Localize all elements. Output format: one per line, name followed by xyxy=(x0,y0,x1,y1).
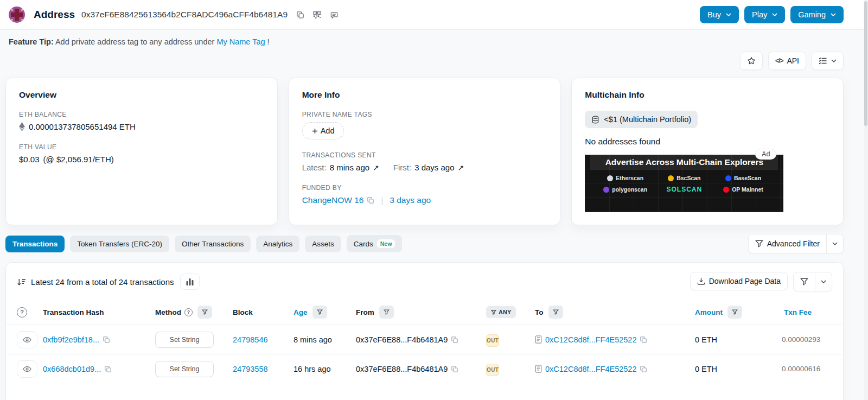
scrollbar-thumb[interactable] xyxy=(864,1,867,126)
table-filter-chevron[interactable] xyxy=(815,272,832,291)
eth-balance-label: ETH BALANCE xyxy=(19,111,264,118)
amount-filter-icon[interactable] xyxy=(727,306,742,319)
my-name-tag-link[interactable]: My Name Tag xyxy=(216,37,265,46)
age-filter-icon[interactable] xyxy=(312,306,327,319)
to-address-link[interactable]: 0xC12C8d8f...FF4E52522 xyxy=(545,365,636,373)
to-address-link[interactable]: 0xC12C8d8f...FF4E52522 xyxy=(545,335,636,344)
more-info-title: More Info xyxy=(302,90,547,100)
col-block: Block xyxy=(233,308,293,316)
basescan-logo: BaseScan xyxy=(714,175,773,181)
multichain-portfolio-badge[interactable]: <$1 (Multichain Portfolio) xyxy=(585,111,698,128)
summary-cards: Overview ETH BALANCE 0.00001373780565149… xyxy=(0,77,868,225)
method-button[interactable]: Set String xyxy=(155,361,214,377)
age-sort-link[interactable]: Age xyxy=(293,308,308,316)
favorite-button[interactable] xyxy=(740,52,763,70)
advanced-filter-chevron[interactable] xyxy=(826,234,843,253)
copy-icon[interactable] xyxy=(451,336,458,344)
add-name-tag-button[interactable]: Add xyxy=(302,122,344,139)
any-direction-chip[interactable]: ANY xyxy=(486,306,516,318)
copy-icon[interactable] xyxy=(103,336,110,344)
contract-icon xyxy=(535,335,542,344)
funded-by-link[interactable]: ChangeNOW 16 xyxy=(302,195,364,205)
col-from: From xyxy=(356,306,486,319)
play-button[interactable]: Play xyxy=(744,6,785,23)
ad-banner[interactable]: Ad Advertise Across Multi-Chain Explorer… xyxy=(585,155,783,212)
amount-sort-link[interactable]: Amount xyxy=(695,308,723,316)
buy-button[interactable]: Buy xyxy=(700,6,739,23)
eye-icon xyxy=(23,336,31,343)
block-link[interactable]: 24798546 xyxy=(233,335,268,344)
tx-preview-button[interactable] xyxy=(17,331,37,348)
multichain-info-card: Multichain Info <$1 (Multichain Portfoli… xyxy=(571,78,844,225)
page-title: Address xyxy=(34,9,75,21)
ad-title: Advertise Across Multi-Chain Explorers xyxy=(590,155,778,170)
chart-view-button[interactable] xyxy=(180,274,200,290)
plus-icon xyxy=(312,128,318,134)
tab-transactions[interactable]: Transactions xyxy=(5,236,65,252)
to-filter-icon[interactable] xyxy=(548,306,563,319)
address-value: 0x37eF6E88425613564b2CF8ADC496aCFF4b6481… xyxy=(81,10,288,20)
direction-badge: OUT xyxy=(486,334,499,347)
first-tx-link[interactable]: 3 days ago xyxy=(414,163,454,172)
table-filter-main[interactable] xyxy=(794,272,815,291)
ad-label: Ad xyxy=(756,149,776,159)
txn-fee-value: 0.00000616 xyxy=(782,365,841,373)
tab-analytics[interactable]: Analytics xyxy=(256,236,299,252)
copy-address-icon[interactable] xyxy=(294,9,307,21)
advanced-filter-main[interactable]: Advanced Filter xyxy=(749,234,826,253)
block-link[interactable]: 24793558 xyxy=(233,365,268,373)
method-info-icon[interactable]: ? xyxy=(184,308,193,316)
tx-hash-link[interactable]: 0xfb9f2e9bf18... xyxy=(43,335,99,344)
fee-sort-link[interactable]: Txn Fee xyxy=(784,308,812,316)
funded-by-row: ChangeNOW 16 | 3 days ago xyxy=(302,195,547,205)
table-row: 0xfb9f2e9bf18... Set String 24798546 8 m… xyxy=(6,325,843,354)
feature-tip-suffix: ! xyxy=(265,37,270,46)
external-arrow-icon[interactable]: ↗ xyxy=(458,163,464,172)
contract-icon xyxy=(535,365,542,373)
copy-icon[interactable] xyxy=(640,365,647,373)
etherscan-address-page: Address 0x37eF6E88425613564b2CF8ADC496aC… xyxy=(0,0,868,400)
basescan-icon xyxy=(725,175,731,181)
funded-age-link[interactable]: 3 days ago xyxy=(390,195,431,205)
sort-icon xyxy=(17,278,26,286)
method-filter-icon[interactable] xyxy=(197,306,212,319)
table-toolbar-right: Download Page Data xyxy=(690,272,832,291)
table-row: 0x668dcb01d9... Set String 24793558 16 h… xyxy=(6,354,843,383)
download-page-data-button[interactable]: Download Page Data xyxy=(690,272,788,290)
from-address: 0x37eF6E88...F4b6481A9 xyxy=(356,335,448,344)
page-actions: </> API xyxy=(0,48,868,77)
table-toolbar: Latest 24 from a total of 24 transaction… xyxy=(6,263,843,300)
feature-tip-text: Add private address tag to any address u… xyxy=(54,37,217,46)
copy-icon[interactable] xyxy=(640,336,647,344)
op-mainnet-icon xyxy=(723,187,729,193)
tab-assets[interactable]: Assets xyxy=(305,236,341,252)
tx-hash-link[interactable]: 0x668dcb01d9... xyxy=(43,365,101,373)
col-transaction-hash: Transaction Hash xyxy=(43,308,155,316)
more-options-button[interactable] xyxy=(812,52,844,70)
comment-icon[interactable] xyxy=(328,9,341,21)
etherscan-logo: Etherscan xyxy=(596,175,655,181)
help-icon[interactable]: ? xyxy=(17,307,27,318)
age-value: 8 mins ago xyxy=(293,335,356,344)
tab-cards[interactable]: CardsNew xyxy=(347,235,403,252)
latest-tx-link[interactable]: 8 mins ago xyxy=(330,163,369,172)
copy-icon[interactable] xyxy=(104,365,112,373)
tab-other-transactions[interactable]: Other Transactions xyxy=(175,236,251,252)
copy-icon[interactable] xyxy=(451,365,458,373)
tx-preview-button[interactable] xyxy=(17,360,37,378)
external-arrow-icon[interactable]: ↗ xyxy=(373,163,379,172)
gaming-button[interactable]: Gaming xyxy=(790,6,844,23)
method-button[interactable]: Set String xyxy=(155,332,214,348)
col-age: Age xyxy=(293,306,356,319)
page-scrollbar[interactable] xyxy=(864,0,868,400)
qr-code-icon[interactable] xyxy=(311,9,323,21)
funnel-icon xyxy=(491,310,496,315)
multichain-title: Multichain Info xyxy=(585,90,830,100)
no-addresses-text: No addresses found xyxy=(585,137,830,147)
tab-token-transfers[interactable]: Token Transfers (ERC-20) xyxy=(70,236,169,252)
api-button[interactable]: </> API xyxy=(768,52,806,70)
from-filter-icon[interactable] xyxy=(379,306,394,319)
header-actions: Buy Play Gaming xyxy=(700,6,844,23)
address-avatar xyxy=(9,7,25,23)
copy-icon[interactable] xyxy=(367,196,374,204)
